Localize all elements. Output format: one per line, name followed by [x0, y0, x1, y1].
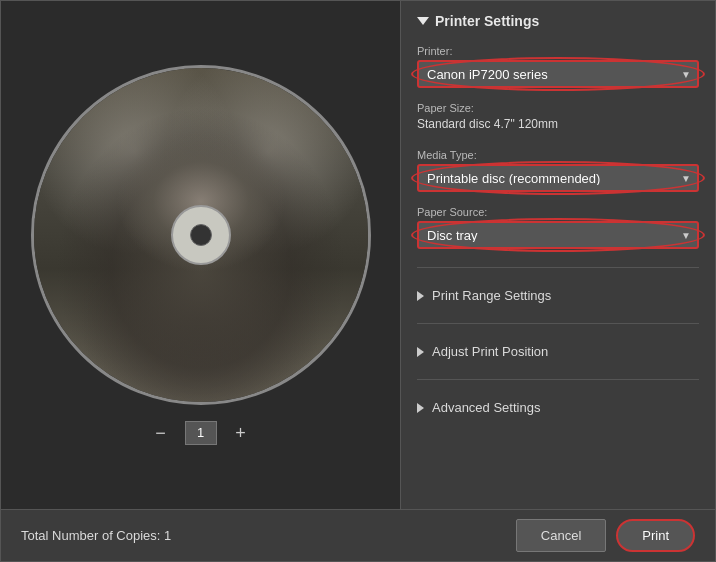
adjust-position-label: Adjust Print Position	[432, 344, 548, 359]
printer-settings-title: Printer Settings	[435, 13, 539, 29]
divider-3	[417, 379, 699, 380]
printer-select-wrapper: Canon iP7200 series ▼	[417, 60, 699, 88]
next-page-button[interactable]: +	[229, 421, 253, 445]
media-type-field-group: Media Type: Printable disc (recommended)…	[417, 149, 699, 192]
paper-source-select[interactable]: Disc tray	[417, 221, 699, 249]
media-type-label: Media Type:	[417, 149, 699, 161]
paper-size-value: Standard disc 4.7" 120mm	[417, 117, 699, 131]
print-button[interactable]: Print	[616, 519, 695, 552]
advanced-settings-row[interactable]: Advanced Settings	[417, 392, 699, 423]
paper-source-field-group: Paper Source: Disc tray ▼	[417, 206, 699, 249]
dialog-body: − 1 + Printer Settings Printer: Canon iP…	[1, 1, 715, 509]
paper-size-field-group: Paper Size: Standard disc 4.7" 120mm	[417, 102, 699, 135]
disc-hole-inner	[190, 224, 212, 246]
prev-page-button[interactable]: −	[149, 421, 173, 445]
right-panel: Printer Settings Printer: Canon iP7200 s…	[401, 1, 715, 509]
divider-2	[417, 323, 699, 324]
media-type-select-wrapper: Printable disc (recommended) ▼	[417, 164, 699, 192]
adjust-position-arrow-icon	[417, 347, 424, 357]
copies-text: Total Number of Copies: 1	[21, 528, 171, 543]
printer-label: Printer:	[417, 45, 699, 57]
divider-1	[417, 267, 699, 268]
left-panel: − 1 +	[1, 1, 401, 509]
paper-source-label: Paper Source:	[417, 206, 699, 218]
adjust-position-row[interactable]: Adjust Print Position	[417, 336, 699, 367]
page-controls: − 1 +	[149, 421, 253, 445]
print-range-row[interactable]: Print Range Settings	[417, 280, 699, 311]
print-dialog: − 1 + Printer Settings Printer: Canon iP…	[0, 0, 716, 562]
disc-hole	[171, 205, 231, 265]
media-type-select[interactable]: Printable disc (recommended)	[417, 164, 699, 192]
printer-settings-header: Printer Settings	[417, 13, 699, 29]
advanced-settings-arrow-icon	[417, 403, 424, 413]
page-number: 1	[185, 421, 217, 445]
paper-size-label: Paper Size:	[417, 102, 699, 114]
printer-field-group: Printer: Canon iP7200 series ▼	[417, 45, 699, 88]
paper-source-select-wrapper: Disc tray ▼	[417, 221, 699, 249]
advanced-settings-label: Advanced Settings	[432, 400, 540, 415]
print-range-arrow-icon	[417, 291, 424, 301]
action-buttons: Cancel Print	[516, 519, 695, 552]
cancel-button[interactable]: Cancel	[516, 519, 606, 552]
bottom-bar: Total Number of Copies: 1 Cancel Print	[1, 509, 715, 561]
collapse-icon[interactable]	[417, 17, 429, 25]
printer-select[interactable]: Canon iP7200 series	[417, 60, 699, 88]
disc-preview	[31, 65, 371, 405]
print-range-label: Print Range Settings	[432, 288, 551, 303]
